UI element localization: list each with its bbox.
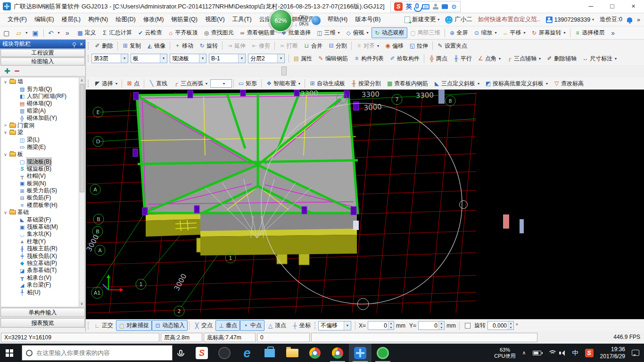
scroll-down-icon[interactable]: ∨ — [79, 301, 84, 307]
taskbar-app-sogou[interactable]: S — [190, 344, 213, 362]
draw-toolbar-button[interactable]: ▭ 矩形 — [235, 78, 260, 89]
tree-item[interactable]: ◧ 人防门框墙(RF) — [1, 93, 79, 100]
tree-expand-arrow[interactable]: ∨ — [3, 130, 8, 135]
toolbar-button[interactable]: ≡ 选择楼层 — [572, 27, 608, 38]
menu-item[interactable]: 钢筋量(Q) — [167, 14, 201, 25]
expand-all-icon[interactable]: ✚ — [4, 67, 10, 75]
tree-item[interactable]: ▭ 圈梁(E) — [1, 144, 79, 151]
offset-mode-select[interactable]: 不偏移▾ — [318, 321, 351, 330]
snap-toggle-button[interactable]: ▢ 对象捕捉 — [116, 320, 152, 331]
toolbar-button[interactable] — [43, 29, 44, 37]
draw-toolbar-button[interactable]: ◤ 选择 — [91, 78, 120, 89]
close-button[interactable]: × — [623, 0, 644, 13]
toolbar-button[interactable] — [570, 29, 570, 37]
tree-item[interactable]: ▲ 柱墩(Y) — [1, 238, 79, 245]
tree-item[interactable]: > 门窗洞 — [1, 122, 79, 129]
tree-item[interactable]: ◡ 集水坑(K) — [1, 230, 79, 238]
toolbar-button[interactable]: ▣ — [30, 28, 42, 38]
tree-item[interactable]: ◣ 基础梁(F) — [1, 216, 79, 223]
ime-keyboard-icon[interactable] — [422, 4, 429, 9]
draw-toolbar-button[interactable]: ◩ 按标高批量定义斜板 — [482, 78, 551, 89]
toolbar-button[interactable]: ◎ 查找图元 — [201, 27, 237, 38]
toolbar-button[interactable]: ✔ 云检查 — [135, 27, 165, 38]
draw-toolbar-button[interactable] — [305, 79, 305, 88]
ime-skin-icon[interactable] — [442, 4, 448, 9]
toolbar-drag-handle[interactable] — [281, 66, 287, 75]
tree-item[interactable]: ▥ 暗梁(A) — [1, 107, 79, 115]
toolbar-button[interactable] — [445, 29, 445, 37]
edit-toolbar-button[interactable]: ⊔ 合并 — [301, 41, 325, 51]
taskbar-app-green[interactable] — [372, 344, 394, 362]
toolbar-button[interactable]: ↻ 屏幕旋转 — [528, 27, 569, 38]
element-toolbar-button[interactable]: ↔ 尺寸标注 — [579, 53, 619, 64]
tree-item[interactable]: ▢ 现浇板(B) — [1, 158, 79, 165]
edit-toolbar-button[interactable]: ≡ 对齐 — [353, 41, 382, 51]
menu-item[interactable]: 修改(M) — [140, 14, 168, 25]
menu-item[interactable]: 视图(V) — [201, 14, 229, 25]
draw-toolbar-button[interactable]: ╲ 直线 — [146, 78, 170, 89]
snap-toggle-button[interactable]: ╳ 交点 — [191, 320, 215, 331]
action-center-icon[interactable] — [632, 350, 639, 356]
element-toolbar-button[interactable]: ╬ 两点 — [426, 53, 450, 64]
model-view[interactable]: E D A B B A A1 6 7 8 1 2 1 3300 3300 330… — [86, 90, 644, 319]
toolbar-button[interactable]: ▦ 定义 — [74, 27, 99, 38]
cloud-sync-badge[interactable]: 62% ↑0K/s ↓0K/s — [269, 9, 321, 32]
draw-toolbar-button[interactable]: ▽ 查改标高 — [551, 78, 586, 89]
toolbar-button[interactable]: Σ 汇总计算 — [99, 27, 135, 38]
element-toolbar-button[interactable]: ≡ 构件列表 — [351, 53, 387, 64]
toolbar-button[interactable]: ⌂ 平齐板顶 — [165, 27, 201, 38]
tree-item[interactable]: ┳ 柱帽(V) — [1, 173, 79, 180]
toolbar-grip[interactable] — [88, 42, 90, 49]
taskbar-search[interactable] — [22, 345, 173, 361]
pin-icon[interactable] — [73, 42, 76, 46]
draw-toolbar-button[interactable]: ❖ 智能布置 — [263, 78, 303, 89]
battery-icon[interactable] — [533, 351, 541, 355]
tree-item[interactable]: ⊟ 板负筋(F) — [1, 194, 79, 201]
draw-toolbar-button[interactable]: ⊞ 自动生成板 — [306, 78, 348, 89]
maximize-button[interactable]: □ — [602, 0, 623, 13]
project-settings-button[interactable]: 工程设置 — [0, 49, 85, 57]
edit-toolbar-button[interactable]: ⇥ 延伸 — [224, 41, 248, 51]
minimize-button[interactable]: ─ — [580, 0, 602, 13]
scrollbar-thumb[interactable] — [80, 84, 84, 192]
ime-account-icon[interactable] — [433, 4, 438, 9]
tree-item[interactable]: ▣ 筏板基础(M) — [1, 223, 79, 230]
drawing-canvas[interactable]: E D A B B A A1 6 7 8 1 2 1 3300 3300 330… — [86, 90, 644, 319]
tree-item[interactable]: ∨ 基础 — [1, 209, 79, 216]
tree-item[interactable]: ▤ 砌体墙(Q) — [1, 100, 79, 107]
snap-toggle-button[interactable] — [189, 321, 190, 330]
toolbar-grip[interactable] — [88, 80, 90, 87]
tree-item[interactable]: ≡ 楼层板带(H) — [1, 202, 79, 209]
sogou-ime-icon[interactable]: S — [394, 2, 403, 11]
y-spinner[interactable]: ▲▼ — [438, 321, 444, 329]
ime-mode-indicator[interactable]: 中 — [572, 349, 578, 357]
edit-toolbar-button[interactable]: ◱ 拉伸 — [406, 41, 431, 51]
ime-settings-icon[interactable]: ⚙ — [451, 3, 457, 10]
tree-item[interactable]: ∨ 梁 — [1, 129, 79, 136]
toolbar-grip[interactable] — [88, 322, 90, 329]
tree-expand-arrow[interactable]: ∨ — [3, 80, 8, 84]
new-change-button[interactable]: 新建变更▾ — [403, 15, 441, 25]
element-select[interactable]: B-1▾ — [209, 54, 246, 63]
taskbar-app-dark[interactable] — [213, 344, 236, 362]
snap-toggle-button[interactable]: ⊥ 垂点 — [215, 320, 240, 331]
tree-item[interactable]: ┿ 筏板负筋(X) — [1, 252, 79, 259]
edit-toolbar-button[interactable]: ≍ 打断 — [276, 41, 301, 51]
wifi-icon[interactable] — [548, 350, 555, 356]
ime-toolbar[interactable]: S 英 ⚙ — [390, 1, 461, 12]
draw-toolbar-button[interactable]: ╭ 三点画弧 — [170, 78, 210, 89]
edit-toolbar-button[interactable]: ✐ 删除 — [91, 41, 116, 51]
toolbar-button[interactable]: » — [62, 28, 74, 38]
draw-toolbar-button[interactable]: ⊠ 点 — [124, 78, 142, 89]
element-toolbar-button[interactable]: ✎ 编辑钢筋 — [315, 53, 351, 64]
scroll-up-icon[interactable]: ∧ — [79, 77, 84, 83]
taskbar-clock[interactable]: 19:36 2017/6/29 — [600, 346, 625, 360]
edit-toolbar-button[interactable] — [351, 41, 352, 50]
edit-toolbar-button[interactable]: ⊞ 复制 — [119, 41, 144, 51]
sogou-tray-icon[interactable]: S — [585, 349, 594, 357]
toolbar-grip[interactable] — [88, 55, 90, 62]
draw-input-button[interactable]: 绘图输入 — [0, 58, 85, 66]
layer-select[interactable]: 分层2▾ — [248, 54, 285, 63]
element-toolbar-button[interactable]: ╭ 三点辅轴 — [504, 53, 544, 64]
edit-toolbar-button[interactable]: ◉ 偏移 — [382, 41, 406, 51]
